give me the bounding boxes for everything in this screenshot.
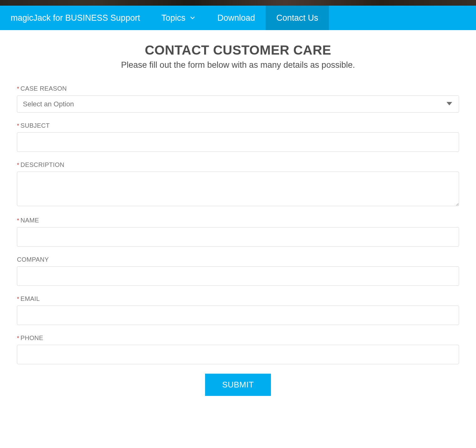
name-input[interactable] [17, 227, 459, 247]
main-nav: magicJack for BUSINESS Support Topics Do… [0, 6, 476, 30]
required-asterisk: * [17, 217, 19, 224]
nav-item-label: Download [217, 13, 255, 23]
form-group-company: COMPANY [17, 256, 459, 286]
label-text: COMPANY [17, 256, 49, 263]
label-text: SUBJECT [20, 122, 50, 129]
name-label: *NAME [17, 217, 459, 224]
case-reason-select[interactable]: Select an Option [17, 95, 459, 113]
hero-image-strip [0, 0, 476, 6]
label-text: DESCRIPTION [20, 161, 64, 168]
nav-brand[interactable]: magicJack for BUSINESS Support [0, 6, 151, 30]
required-asterisk: * [17, 86, 19, 92]
form-group-name: *NAME [17, 217, 459, 247]
required-asterisk: * [17, 335, 19, 341]
chevron-down-icon [189, 14, 196, 21]
required-asterisk: * [17, 123, 19, 129]
nav-item-contact-us[interactable]: Contact Us [266, 6, 329, 30]
description-label: *DESCRIPTION [17, 161, 459, 168]
nav-item-download[interactable]: Download [207, 6, 266, 30]
label-text: CASE REASON [20, 85, 67, 92]
form-group-subject: *SUBJECT [17, 122, 459, 152]
nav-item-label: Contact Us [276, 13, 318, 23]
email-label: *EMAIL [17, 295, 459, 302]
form-group-case-reason: *CASE REASON Select an Option [17, 85, 459, 113]
required-asterisk: * [17, 296, 19, 302]
description-textarea[interactable] [17, 172, 459, 206]
nav-item-label: Topics [161, 13, 186, 23]
label-text: EMAIL [20, 295, 40, 302]
contact-form: *CASE REASON Select an Option *SUBJECT *… [17, 85, 459, 396]
label-text: PHONE [20, 334, 43, 341]
page-subtitle: Please fill out the form below with as m… [17, 60, 459, 70]
company-input[interactable] [17, 266, 459, 286]
form-group-phone: *PHONE [17, 334, 459, 364]
company-label: COMPANY [17, 256, 459, 263]
page-content: CONTACT CUSTOMER CARE Please fill out th… [0, 30, 476, 408]
phone-label: *PHONE [17, 334, 459, 342]
page-title: CONTACT CUSTOMER CARE [17, 43, 459, 58]
case-reason-label: *CASE REASON [17, 85, 459, 92]
case-reason-select-wrapper: Select an Option [17, 95, 459, 113]
nav-item-topics[interactable]: Topics [151, 6, 207, 30]
form-group-email: *EMAIL [17, 295, 459, 325]
subject-label: *SUBJECT [17, 122, 459, 129]
email-input[interactable] [17, 306, 459, 325]
nav-brand-label: magicJack for BUSINESS Support [11, 13, 140, 23]
required-asterisk: * [17, 162, 19, 168]
form-group-description: *DESCRIPTION [17, 161, 459, 207]
subject-input[interactable] [17, 132, 459, 152]
phone-input[interactable] [17, 345, 459, 364]
submit-button[interactable]: SUBMIT [205, 374, 271, 396]
submit-row: SUBMIT [17, 374, 459, 396]
label-text: NAME [20, 217, 39, 224]
